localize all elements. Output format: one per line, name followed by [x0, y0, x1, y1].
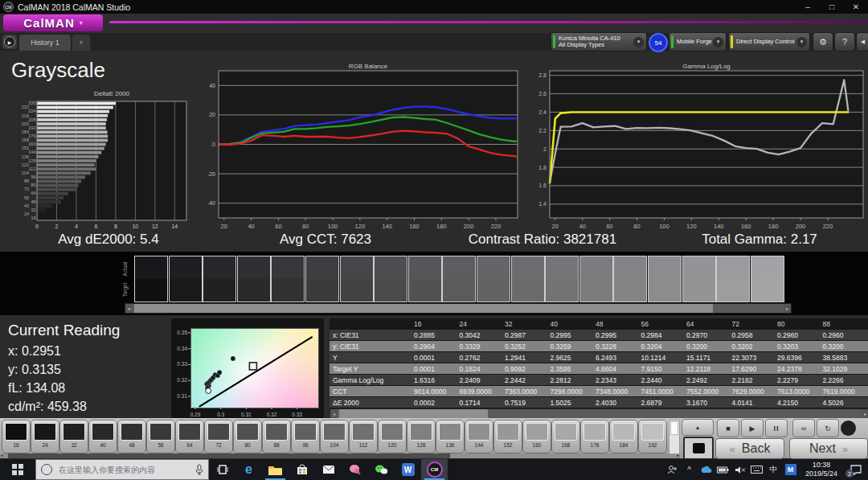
- pattern-button-88[interactable]: 88: [262, 420, 291, 453]
- pause-button[interactable]: II: [765, 419, 788, 437]
- pattern-level-label: 192: [639, 442, 666, 448]
- scroll-left-icon[interactable]: ◂: [330, 409, 338, 418]
- keyboard-icon: [751, 466, 763, 474]
- collapse-panel-button[interactable]: ◀: [856, 32, 868, 51]
- scroll-right-icon[interactable]: ▸: [862, 409, 868, 418]
- ime-mode-button[interactable]: M: [782, 459, 799, 480]
- strip-scrollbar[interactable]: ◂ ▸: [125, 303, 792, 314]
- pattern-button-32[interactable]: 32: [59, 420, 88, 453]
- stop-button[interactable]: ■: [717, 419, 739, 437]
- table-cell: 0.3200: [823, 343, 868, 351]
- continuous-read-button[interactable]: ∞: [792, 419, 815, 437]
- svg-text:120: 120: [22, 162, 29, 167]
- pattern-button-184[interactable]: 184: [609, 420, 638, 453]
- table-scrollbar-track[interactable]: [338, 409, 862, 418]
- touch-keyboard-button[interactable]: [748, 459, 765, 480]
- taskbar-clock[interactable]: 10:38 2019/5/24: [799, 461, 844, 478]
- target-swatch: [512, 279, 544, 302]
- pattern-swatch: [381, 423, 403, 441]
- edge-browser-button[interactable]: e: [235, 459, 262, 480]
- action-center-button[interactable]: 2: [844, 459, 868, 480]
- play-button[interactable]: ▶: [741, 419, 764, 437]
- table-cell: 2.2442: [505, 376, 551, 384]
- svg-text:208: 208: [28, 117, 35, 122]
- add-tab-button[interactable]: +: [72, 35, 90, 51]
- pattern-level-strip: 1624324048566472808896104112120128136144…: [0, 418, 868, 458]
- scroll-left-icon[interactable]: ◂: [125, 304, 133, 313]
- ms-store-button[interactable]: [289, 459, 315, 480]
- table-cell: 0.2960: [777, 331, 823, 339]
- table-scrollbar-thumb[interactable]: [339, 409, 488, 418]
- pattern-button-168[interactable]: 168: [551, 420, 580, 453]
- pattern-button-144[interactable]: 144: [465, 420, 493, 453]
- wps-office-button[interactable]: W: [395, 459, 421, 480]
- volume-muted-button[interactable]: [731, 459, 748, 480]
- pattern-button-104[interactable]: 104: [320, 420, 349, 453]
- pattern-button-64[interactable]: 64: [175, 420, 204, 453]
- pattern-button-160[interactable]: 160: [522, 420, 551, 453]
- battery-button[interactable]: [714, 459, 731, 480]
- pattern-button-152[interactable]: 152: [493, 420, 522, 453]
- pattern-button-96[interactable]: 96: [291, 420, 320, 453]
- onedrive-button[interactable]: [698, 459, 714, 480]
- back-button[interactable]: « Back: [715, 438, 784, 459]
- next-button[interactable]: Next »: [789, 438, 868, 459]
- meter-dropdown[interactable]: Konica Minolta CA-410 All Display Types …: [551, 32, 647, 51]
- strip-scrollbar-track[interactable]: [133, 304, 784, 313]
- pattern-button-24[interactable]: 24: [31, 420, 59, 453]
- minimize-button[interactable]: –: [796, 0, 820, 14]
- strip-scrollbar-thumb[interactable]: [134, 304, 713, 313]
- pattern-window-button[interactable]: [683, 437, 714, 460]
- pattern-scrollbar-thumb[interactable]: [8, 453, 450, 458]
- table-cell: 0.2885: [414, 331, 460, 339]
- pattern-button-192[interactable]: 192: [638, 420, 667, 453]
- pattern-vertical-scrollbar[interactable]: [669, 420, 680, 454]
- file-explorer-button[interactable]: [262, 459, 289, 480]
- table-cell: 7.9150: [641, 365, 687, 373]
- tab-history-1[interactable]: History 1: [19, 35, 71, 51]
- start-button[interactable]: [0, 459, 35, 480]
- search-input[interactable]: [57, 465, 195, 475]
- page-title: Grayscale: [11, 58, 105, 83]
- pattern-button-16[interactable]: 16: [2, 420, 31, 453]
- people-button[interactable]: [664, 459, 681, 480]
- settings-button[interactable]: ⚙: [813, 32, 833, 51]
- pattern-button-56[interactable]: 56: [146, 420, 175, 453]
- refresh-button[interactable]: ↻: [817, 419, 839, 437]
- svg-text:2: 2: [543, 146, 547, 152]
- help-button[interactable]: ?: [834, 32, 855, 51]
- scroll-right-icon[interactable]: ▸: [784, 304, 791, 313]
- pattern-button-80[interactable]: 80: [233, 420, 262, 453]
- tray-expand-button[interactable]: ^: [681, 459, 698, 480]
- taskbar-search-box[interactable]: [35, 459, 209, 480]
- calman-taskbar-button[interactable]: CM: [421, 459, 448, 480]
- pattern-vscrollbar-thumb[interactable]: [670, 421, 678, 435]
- display-control-dropdown[interactable]: Direct Display Control ▾: [728, 32, 810, 51]
- table-cell: 22.3073: [732, 354, 778, 362]
- input-method-button[interactable]: 中: [765, 459, 782, 480]
- pattern-button-112[interactable]: 112: [349, 420, 378, 453]
- close-button[interactable]: ✕: [844, 0, 868, 14]
- pattern-button-136[interactable]: 136: [436, 420, 465, 453]
- pattern-button-72[interactable]: 72: [204, 420, 233, 453]
- pink-app-button[interactable]: [342, 459, 368, 480]
- pattern-strip-scrollbar[interactable]: ◂ ▸: [0, 453, 680, 458]
- pattern-button-40[interactable]: 40: [88, 420, 117, 453]
- history-menu-button[interactable]: ▶: [2, 35, 17, 49]
- pattern-button-128[interactable]: 128: [407, 420, 436, 453]
- maximize-button[interactable]: □: [820, 0, 844, 14]
- pattern-row-up-button[interactable]: ▲: [682, 419, 714, 436]
- pattern-source-dropdown[interactable]: Mobile Forge ▾: [669, 32, 727, 51]
- pattern-level-label: 176: [581, 442, 608, 448]
- microphone-icon[interactable]: [195, 464, 203, 475]
- wechat-button[interactable]: [368, 459, 395, 480]
- pattern-button-48[interactable]: 48: [117, 420, 146, 453]
- mail-button[interactable]: [315, 459, 342, 480]
- table-cell: 0.2987: [505, 331, 551, 339]
- calman-logo-menu[interactable]: CalMAN ▾: [3, 14, 103, 31]
- pattern-button-120[interactable]: 120: [378, 420, 407, 453]
- task-view-button[interactable]: [209, 459, 235, 480]
- table-cell: 0.2995: [551, 331, 596, 339]
- scroll-left-icon[interactable]: ◂: [1, 453, 3, 457]
- pattern-button-176[interactable]: 176: [580, 420, 609, 453]
